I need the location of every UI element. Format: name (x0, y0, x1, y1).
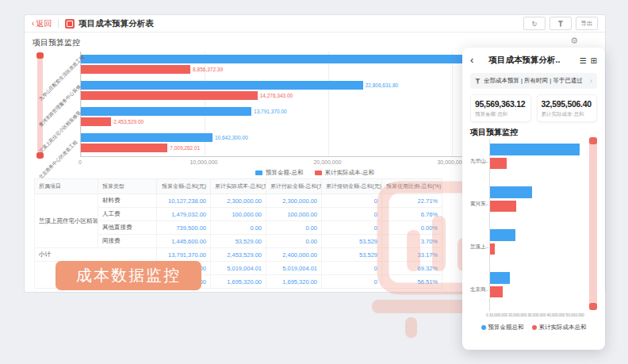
value-cell: 0 (322, 262, 382, 275)
column-header: 所属项目 (35, 179, 98, 194)
value-cell: 2,300,000.00 (266, 194, 322, 208)
panel-section-title: 项目预算监控 (470, 127, 597, 138)
table-view-icon[interactable]: ⊞ (591, 56, 597, 65)
value-cell: 1,695,320.00 (211, 275, 266, 289)
value-cell: 100,000.00 (266, 208, 322, 221)
table-row: 小计13,791,370.002,453,529.002,400,000.005… (35, 248, 442, 262)
export-button[interactable]: 导出 (576, 17, 598, 30)
value-cell: 1,479,032.00 (157, 208, 211, 221)
panel-datazoom-slider[interactable] (589, 140, 597, 308)
value-cell: 53,529 (322, 235, 382, 248)
category-label: 兰溪上.. (470, 225, 489, 268)
legend-item[interactable]: 预算金额-总和 (255, 169, 304, 177)
actual-cost-bar[interactable] (490, 201, 516, 212)
legend-item[interactable]: 预算金额总和 (481, 324, 524, 331)
value-cell: 2,300,000.00 (211, 194, 266, 208)
column-header: 预算类型 (98, 179, 157, 194)
panel-bar-chart: 九华山..黄河东..兰溪上..北京商.. 0 10,000,000 20,000… (470, 140, 597, 339)
actual-cost-bar[interactable] (81, 65, 190, 74)
budget-total-card[interactable]: 95,569,363.12 预算金额·总和 (470, 94, 531, 122)
filter-button[interactable] (550, 17, 572, 30)
budget-bar[interactable] (490, 144, 580, 155)
budget-bar[interactable] (81, 81, 363, 90)
actual-cost-bar[interactable] (490, 243, 495, 255)
funnel-icon (475, 79, 481, 84)
actual-cost-total-card[interactable]: 32,595,506.40 累计实际成本·总和 (537, 94, 598, 122)
page-title: 项目成本预算分析表 (78, 18, 154, 29)
table-header: 所属项目预算类型预算金额-总和(元)累计实际成本-总和(元)累计付款金额-总和(… (35, 179, 442, 194)
budget-bar[interactable] (490, 272, 510, 284)
panel-stat-cards: 95,569,363.12 预算金额·总和 32,595,506.40 累计实际… (470, 94, 597, 122)
bar-value-label: 14,276,343.00 (260, 93, 293, 98)
panel-chart-legend: 预算金额总和累计实际成本总和 (470, 324, 597, 331)
panel-filter-bar[interactable]: 全部成本预算 | 所有时间 | 等于已通过 › (470, 73, 597, 89)
bar-value-label: 13,791,370.00 (254, 109, 287, 114)
form-app-icon (65, 19, 75, 29)
category-label: 北京商.. (470, 268, 489, 311)
project-cell: 兰溪上苑住宅小区精装修第... (35, 194, 98, 248)
budget-bar[interactable] (81, 133, 213, 142)
value-cell: 10,127,238.00 (157, 194, 211, 208)
column-header: 累计付款金额-总和(元) (266, 179, 322, 194)
bar-value-label: 7,009,262.01 (170, 145, 200, 151)
legend-swatch (255, 171, 262, 175)
list-view-icon[interactable]: ☰ (580, 56, 587, 65)
actual-cost-total-value: 32,595,506.40 (542, 99, 593, 109)
x-tick-label: 20,000,000 (304, 159, 351, 165)
budget-bar[interactable] (81, 107, 251, 116)
chevron-right-icon: › (590, 77, 592, 85)
budget-total-value: 95,569,363.12 (475, 99, 527, 109)
topbar-actions: ↻ 导出 (523, 17, 598, 30)
value-cell: 100,000.00 (211, 208, 266, 221)
table-row: 兰溪上苑住宅小区精装修第...材料费10,127,238.002,300,000… (35, 194, 442, 208)
value-cell: 1,445,600.00 (157, 235, 211, 248)
value-cell: 5,019,004.01 (211, 262, 266, 275)
legend-item[interactable]: 累计实际成本总和 (532, 324, 587, 331)
column-header: 预算使用比例-总和(%) (382, 179, 442, 194)
refresh-button[interactable]: ↻ (523, 17, 546, 30)
chart-section-title: 项目预算监控 (33, 37, 80, 48)
divider (58, 19, 59, 28)
value-cell: 53,529 (322, 248, 382, 262)
cost-data-monitor-badge: 成本数据监控 (56, 261, 201, 290)
actual-cost-bar[interactable] (81, 117, 111, 126)
value-cell: 22.71% (382, 194, 442, 208)
legend-label: 累计实际成本总和 (539, 324, 587, 331)
value-cell: 739,500.00 (157, 221, 211, 235)
actual-cost-bar[interactable] (81, 144, 167, 152)
value-cell: 3.70% (382, 235, 442, 248)
bar-value-label: 22,806,631.80 (366, 82, 399, 88)
column-header: 预算金额-总和(元) (157, 179, 211, 194)
panel-header: ‹ 项目成本预算分析.. ☰ ⊞ (462, 48, 605, 69)
bar-value-label: 2,453,529.00 (113, 119, 144, 125)
value-cell: 0.00 (266, 221, 322, 235)
actual-cost-bar[interactable] (490, 158, 507, 169)
datazoom-slider-vertical[interactable] (37, 55, 43, 156)
actual-cost-total-label: 累计实际成本·总和 (542, 111, 593, 118)
legend-item[interactable]: 累计实际成本-总和 (315, 169, 375, 177)
value-cell: 0.00 (266, 235, 322, 248)
back-button[interactable]: ‹ 返回 (32, 18, 52, 29)
category-label: 黄河东.. (470, 182, 489, 225)
budget-type-cell: 人工费 (98, 208, 157, 221)
value-cell: 13,791,370.00 (157, 248, 211, 262)
mobile-preview-panel: ‹ 项目成本预算分析.. ☰ ⊞ 全部成本预算 | 所有时间 | 等于已通过 ›… (462, 48, 605, 350)
actual-cost-bar[interactable] (490, 286, 503, 297)
window-topbar: ‹ 返回 项目成本预算分析表 ↻ 导出 (25, 15, 605, 33)
category-label: 九华山.. (470, 140, 489, 182)
legend-label: 累计实际成本-总和 (325, 169, 375, 177)
value-cell: 6.76% (382, 208, 442, 221)
value-cell: 5,019,004.01 (266, 262, 322, 275)
gear-icon[interactable]: ⚙ (570, 36, 578, 46)
budget-bar[interactable] (490, 229, 515, 241)
column-header: 累计实际成本-总和(元) (211, 179, 266, 194)
x-tick-label: 10,000,000 (180, 159, 228, 165)
budget-type-cell: 材料费 (98, 194, 157, 208)
budget-type-cell: 间接费 (98, 235, 157, 248)
value-cell: 0.00 (211, 221, 266, 235)
panel-title: 项目成本预算分析.. (473, 55, 575, 66)
filter-conditions-text: 全部成本预算 | 所有时间 | 等于已通过 (484, 77, 587, 85)
legend-dot (481, 325, 486, 330)
budget-bar[interactable] (490, 186, 532, 198)
actual-cost-bar[interactable] (81, 91, 258, 100)
